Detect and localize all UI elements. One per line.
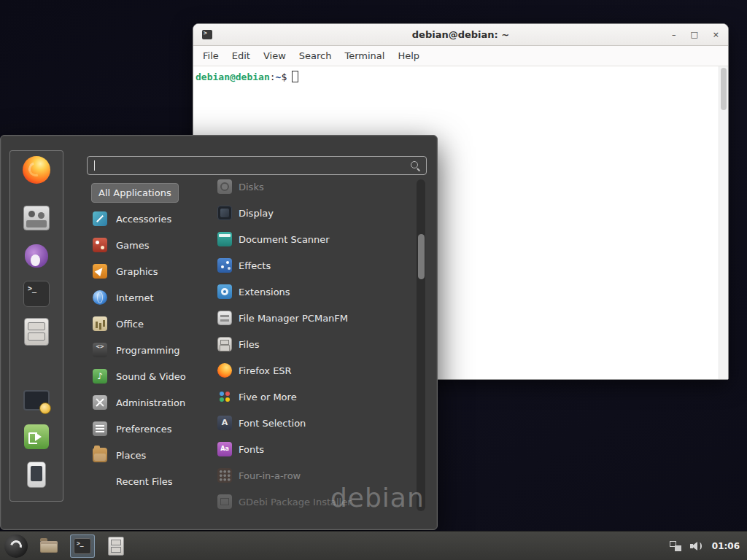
desktop: debian@debian: ~ – □ × File Edit View Se… bbox=[0, 0, 747, 560]
terminal-scrollbar[interactable] bbox=[719, 66, 728, 379]
app-label: Four-in-a-row bbox=[239, 470, 301, 481]
games-icon bbox=[93, 238, 107, 252]
menu-search[interactable]: Search bbox=[293, 48, 338, 63]
terminal-titlebar[interactable]: debian@debian: ~ – □ × bbox=[193, 24, 728, 46]
package-icon bbox=[217, 494, 232, 509]
category-all-applications[interactable]: All Applications bbox=[87, 179, 205, 206]
logout-button[interactable] bbox=[22, 422, 51, 451]
lock-screen-button[interactable] bbox=[22, 384, 51, 413]
sparkles-icon bbox=[217, 258, 232, 273]
close-button[interactable]: × bbox=[713, 24, 719, 46]
office-icon bbox=[93, 316, 107, 331]
fonts-icon bbox=[217, 442, 232, 456]
lock-screen-icon bbox=[23, 390, 50, 411]
category-preferences[interactable]: Preferences bbox=[87, 416, 205, 442]
firefox-icon bbox=[217, 363, 232, 378]
application-menu: All Applications Accessories Games Graph… bbox=[0, 135, 438, 530]
favorite-files[interactable] bbox=[22, 317, 51, 346]
logout-icon bbox=[24, 424, 49, 449]
category-office[interactable]: Office bbox=[87, 311, 205, 337]
text-caret bbox=[94, 160, 95, 171]
app-item-disks[interactable]: Disks bbox=[209, 174, 414, 200]
app-label: Fonts bbox=[239, 444, 264, 455]
favorite-terminal[interactable] bbox=[22, 279, 51, 308]
app-item-effects[interactable]: Effects bbox=[209, 252, 414, 279]
terminal-scrollbar-thumb[interactable] bbox=[721, 68, 727, 110]
menu-help[interactable]: Help bbox=[391, 48, 426, 63]
minimize-button[interactable]: – bbox=[672, 24, 676, 46]
menu-file[interactable]: File bbox=[196, 48, 225, 63]
volume-icon[interactable] bbox=[690, 541, 703, 551]
disks-icon bbox=[217, 179, 232, 194]
sliders-icon bbox=[93, 421, 107, 436]
app-item-extensions[interactable]: Extensions bbox=[209, 279, 414, 305]
terminal-window-icon bbox=[202, 30, 212, 39]
menu-button[interactable] bbox=[4, 534, 28, 558]
category-label: Administration bbox=[116, 397, 185, 408]
app-item-font-selection[interactable]: Font Selection bbox=[209, 410, 414, 436]
programming-icon bbox=[93, 343, 107, 357]
network-icon[interactable] bbox=[670, 541, 681, 551]
taskbar: 01:06 bbox=[0, 531, 747, 560]
favorites-panel bbox=[9, 150, 63, 502]
category-programming[interactable]: Programming bbox=[87, 337, 205, 363]
prompt-symbol: $ bbox=[281, 71, 287, 82]
files-launcher[interactable] bbox=[104, 534, 128, 558]
app-item-gdebi-package-installer[interactable]: GDebi Package Installer bbox=[209, 489, 414, 515]
app-label: GDebi Package Installer bbox=[239, 497, 352, 508]
search-icon bbox=[410, 160, 421, 171]
category-games[interactable]: Games bbox=[87, 232, 205, 258]
category-label: Programming bbox=[116, 345, 180, 356]
category-internet[interactable]: Internet bbox=[87, 284, 205, 311]
favorite-firefox[interactable] bbox=[22, 155, 51, 184]
menu-search-input[interactable] bbox=[87, 156, 427, 175]
menu-terminal[interactable]: Terminal bbox=[338, 48, 391, 63]
menu-scrollbar-thumb[interactable] bbox=[418, 234, 425, 279]
app-item-display[interactable]: Display bbox=[209, 200, 414, 226]
app-label: Disks bbox=[239, 182, 264, 192]
category-label: Graphics bbox=[116, 266, 158, 277]
category-graphics[interactable]: Graphics bbox=[87, 258, 205, 284]
app-item-firefox-esr[interactable]: Firefox ESR bbox=[209, 357, 414, 384]
clock[interactable]: 01:06 bbox=[712, 541, 740, 551]
quit-button[interactable] bbox=[22, 460, 51, 489]
app-item-files[interactable]: Files bbox=[209, 331, 414, 357]
volume-wave bbox=[697, 542, 702, 550]
category-accessories[interactable]: Accessories bbox=[87, 206, 205, 232]
app-label: Five or More bbox=[239, 392, 297, 402]
app-label: Files bbox=[239, 339, 260, 350]
category-recent-files[interactable]: Recent Files bbox=[87, 468, 205, 494]
folder-icon bbox=[40, 541, 58, 553]
favorite-pidgin[interactable] bbox=[22, 241, 51, 271]
file-manager-launcher[interactable] bbox=[36, 534, 61, 558]
category-administration[interactable]: Administration bbox=[87, 389, 205, 416]
firefox-icon bbox=[23, 156, 50, 184]
terminal-menubar: File Edit View Search Terminal Help bbox=[193, 46, 728, 66]
globe-icon bbox=[93, 290, 107, 305]
menu-edit[interactable]: Edit bbox=[225, 48, 257, 63]
colored-dots-icon bbox=[217, 389, 232, 404]
category-places[interactable]: Places bbox=[87, 442, 205, 468]
app-label: Firefox ESR bbox=[239, 365, 292, 376]
app-item-fonts[interactable]: Fonts bbox=[209, 436, 414, 462]
menu-view[interactable]: View bbox=[257, 48, 293, 63]
category-sound-video[interactable]: Sound & Video bbox=[87, 363, 205, 389]
category-label: All Applications bbox=[91, 183, 179, 203]
favorite-photos[interactable] bbox=[22, 203, 51, 233]
dot-grid-icon bbox=[217, 468, 232, 483]
app-label: Effects bbox=[239, 260, 271, 271]
application-list: Disks Display Document Scanner Effects E… bbox=[209, 174, 414, 515]
app-item-five-or-more[interactable]: Five or More bbox=[209, 384, 414, 410]
graphics-icon bbox=[93, 264, 107, 279]
maximize-button[interactable]: □ bbox=[690, 24, 697, 46]
folder-icon bbox=[93, 448, 107, 462]
app-item-four-in-a-row[interactable]: Four-in-a-row bbox=[209, 462, 414, 489]
menu-scrollbar[interactable] bbox=[417, 179, 425, 511]
prompt-separator: : bbox=[270, 71, 276, 82]
app-item-document-scanner[interactable]: Document Scanner bbox=[209, 226, 414, 252]
extensions-icon bbox=[217, 284, 232, 299]
category-label: Accessories bbox=[116, 214, 171, 225]
app-item-file-manager-pcmanfm[interactable]: File Manager PCManFM bbox=[209, 305, 414, 331]
terminal-launcher[interactable] bbox=[70, 534, 95, 558]
category-label: Office bbox=[116, 319, 144, 330]
